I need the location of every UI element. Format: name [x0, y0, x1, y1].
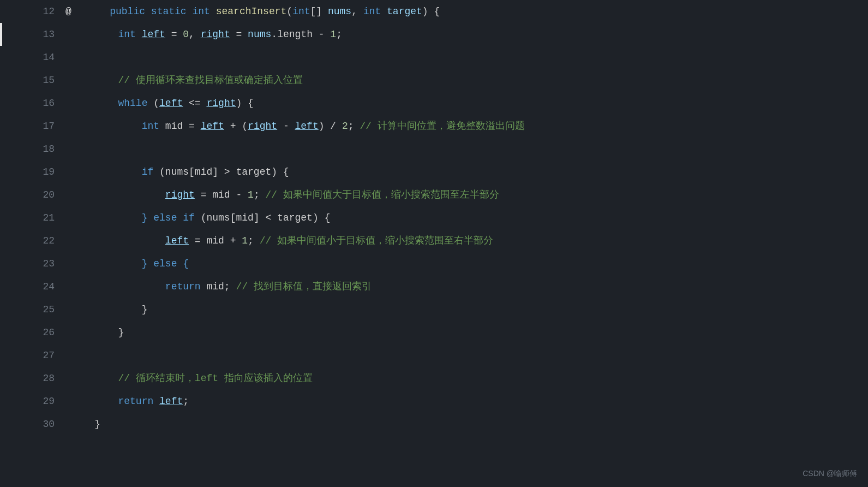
code-token: }: [142, 304, 148, 315]
code-line: 13 int left = 0, right = nums.length - 1…: [0, 23, 868, 46]
code-token: 1: [330, 29, 336, 40]
code-token: left: [165, 235, 189, 246]
line-content: // 循环结束时，left 指向应该插入的位置: [65, 367, 868, 390]
code-token: nums: [248, 29, 271, 40]
code-token: 2: [342, 121, 348, 132]
code-token: int: [292, 6, 310, 17]
watermark: CSDN @喻师傅: [803, 469, 857, 479]
line-content: [65, 138, 868, 161]
line-number: 13: [0, 29, 65, 40]
code-token: =: [165, 29, 183, 40]
code-token: // 计算中间位置，避免整数溢出问题: [360, 121, 524, 132]
code-token: left: [159, 98, 183, 109]
code-token: .length -: [271, 29, 330, 40]
code-line: 22 left = mid + 1; // 如果中间值小于目标值，缩小搜索范围至…: [0, 229, 868, 252]
line-content: }: [65, 321, 868, 344]
line-content: return mid; // 找到目标值，直接返回索引: [65, 275, 868, 298]
code-line: 21 } else if (nums[mid] < target) {: [0, 206, 868, 229]
code-token: (nums[mid] < target) {: [195, 212, 330, 223]
line-content: // 使用循环来查找目标值或确定插入位置: [65, 69, 868, 92]
code-token: [71, 281, 165, 292]
line-number: 15: [0, 75, 65, 86]
code-token: ) {: [236, 98, 254, 109]
code-token: right: [206, 98, 236, 109]
line-number: 20: [0, 189, 65, 200]
code-token: [153, 396, 159, 407]
code-token: 1: [242, 235, 248, 246]
code-token: public: [110, 6, 145, 17]
code-token: [71, 98, 118, 109]
line-content: } else if (nums[mid] < target) {: [65, 206, 868, 229]
code-line: 12@ public static int searchInsert(int[]…: [0, 0, 868, 23]
code-token: + (: [224, 121, 248, 132]
line-content: public static int searchInsert(int[] num…: [81, 0, 868, 23]
line-content: right = mid - 1; // 如果中间值大于目标值，缩小搜索范围至左半…: [65, 183, 868, 206]
code-line: 23 } else {: [0, 252, 868, 275]
code-token: ;: [254, 189, 266, 200]
code-line: 14: [0, 46, 868, 69]
code-token: left: [142, 29, 165, 40]
code-token: ) /: [319, 121, 342, 132]
code-token: ,: [351, 6, 363, 17]
code-token: // 如果中间值大于目标值，缩小搜索范围至左半部分: [265, 189, 499, 200]
code-token: static: [151, 6, 187, 17]
line-content: } else {: [65, 252, 868, 275]
code-token: while: [118, 98, 147, 109]
code-token: left: [201, 121, 224, 132]
code-line: 16 while (left <= right) {: [0, 92, 868, 115]
code-token: ;: [183, 396, 189, 407]
line-number: 25: [0, 304, 65, 315]
code-token: int: [118, 29, 135, 40]
code-token: [71, 212, 142, 223]
code-line: 19 if (nums[mid] > target) {: [0, 161, 868, 183]
line-number: 21: [0, 212, 65, 223]
code-token: right: [201, 29, 230, 40]
code-token: left: [295, 121, 319, 132]
code-token: [71, 373, 118, 384]
code-token: [86, 6, 110, 17]
code-token: [136, 29, 142, 40]
line-number: 29: [0, 396, 65, 407]
code-token: 0: [183, 29, 189, 40]
code-token: // 如果中间值小于目标值，缩小搜索范围至右半部分: [260, 235, 493, 246]
code-token: <=: [183, 98, 206, 109]
code-token: 1: [248, 189, 254, 200]
code-line: 25 }: [0, 298, 868, 321]
code-token: (: [286, 6, 292, 17]
code-line: 28 // 循环结束时，left 指向应该插入的位置: [0, 367, 868, 390]
line-content: int left = 0, right = nums.length - 1;: [65, 23, 868, 46]
code-token: nums: [328, 6, 351, 17]
line-number: 19: [0, 167, 65, 177]
code-token: [71, 327, 118, 338]
code-token: int: [192, 6, 209, 17]
code-token: [71, 258, 142, 269]
code-token: [71, 235, 165, 246]
code-line: 24 return mid; // 找到目标值，直接返回索引: [0, 275, 868, 298]
code-token: [210, 6, 216, 17]
code-token: [71, 29, 118, 40]
code-token: [71, 419, 94, 430]
line-number: 12: [0, 6, 65, 17]
code-line: 26 }: [0, 321, 868, 344]
line-number: 27: [0, 350, 65, 361]
line-number: 30: [0, 419, 65, 430]
code-token: target: [387, 6, 422, 17]
code-token: int: [363, 6, 381, 17]
code-token: = mid -: [195, 189, 248, 200]
code-line: 29 return left;: [0, 390, 868, 413]
code-line: 15 // 使用循环来查找目标值或确定插入位置: [0, 69, 868, 92]
line-number: 18: [0, 144, 65, 155]
line-content: while (left <= right) {: [65, 92, 868, 115]
line-content: [65, 344, 868, 367]
line-content: int mid = left + (right - left) / 2; // …: [65, 115, 868, 138]
code-token: ;: [336, 29, 342, 40]
code-token: [381, 6, 387, 17]
code-token: -: [277, 121, 295, 132]
code-editor: 12@ public static int searchInsert(int[]…: [0, 0, 868, 487]
at-symbol: @: [65, 6, 76, 17]
code-token: }: [118, 327, 124, 338]
code-line: 20 right = mid - 1; // 如果中间值大于目标值，缩小搜索范围…: [0, 183, 868, 206]
code-token: right: [248, 121, 277, 132]
line-content: if (nums[mid] > target) {: [65, 161, 868, 183]
code-token: if: [142, 167, 154, 177]
